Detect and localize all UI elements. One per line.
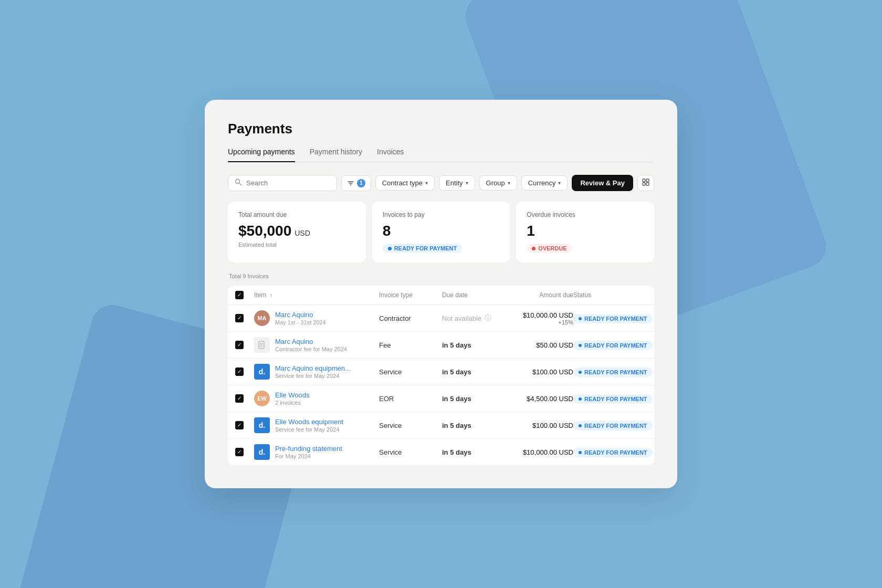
item-sub: 2 invoices bbox=[275, 400, 310, 406]
avatar: d. bbox=[254, 417, 270, 433]
status-dot bbox=[579, 344, 582, 347]
overdue-badge: OVERDUE bbox=[527, 244, 572, 253]
amount-cell: $100.00 USD bbox=[500, 422, 573, 429]
svg-rect-8 bbox=[646, 183, 649, 185]
item-name[interactable]: Pre-funding statement bbox=[275, 445, 342, 453]
search-box[interactable] bbox=[228, 175, 337, 191]
status-dot bbox=[579, 317, 582, 320]
item-name[interactable]: Marc Aquino bbox=[275, 338, 347, 345]
col-item: Item ↑ bbox=[254, 291, 379, 299]
filter-button[interactable]: 1 bbox=[341, 175, 371, 191]
row-checkbox[interactable]: ✓ bbox=[235, 368, 244, 376]
status-cell: READY FOR PAYMENT bbox=[573, 366, 647, 377]
amount-main: $4,500.00 USD bbox=[500, 395, 573, 403]
status-cell: READY FOR PAYMENT bbox=[573, 447, 647, 457]
avatar: EW bbox=[254, 391, 270, 406]
status-cell: READY FOR PAYMENT bbox=[573, 340, 647, 350]
table-row: ✓ d. Pre-funding statement For May 2024 … bbox=[228, 439, 654, 465]
item-sub: Service fee for May 2024 bbox=[275, 426, 343, 433]
tab-upcoming[interactable]: Upcoming payments bbox=[228, 148, 295, 162]
status-dot bbox=[579, 424, 582, 427]
invoice-type: Service bbox=[379, 368, 442, 376]
amount-main: $100.00 USD bbox=[500, 368, 573, 376]
total-amount-currency: USD bbox=[295, 229, 310, 237]
main-card: Payments Upcoming payments Payment histo… bbox=[205, 100, 677, 488]
expand-button[interactable] bbox=[637, 175, 654, 191]
item-sub: May 1st - 31st 2024 bbox=[275, 319, 326, 326]
item-name[interactable]: Marc Aquino equipmen... bbox=[275, 364, 351, 372]
row-checkbox[interactable]: ✓ bbox=[235, 314, 244, 322]
ready-for-payment-badge: READY FOR PAYMENT bbox=[383, 244, 463, 253]
amount-main: $10,000.00 USD bbox=[500, 448, 573, 456]
checkmark-icon: ✓ bbox=[237, 292, 242, 298]
overdue-value: 1 bbox=[527, 223, 535, 239]
amount-cell: $4,500.00 USD bbox=[500, 395, 573, 403]
svg-point-0 bbox=[236, 180, 240, 184]
sort-icon[interactable]: ↑ bbox=[270, 292, 272, 298]
tab-invoices[interactable]: Invoices bbox=[377, 148, 404, 162]
avatar: d. bbox=[254, 444, 270, 460]
item-sub: Service fee for May 2024 bbox=[275, 373, 351, 379]
currency-dropdown[interactable]: Currency ▾ bbox=[521, 175, 568, 191]
overdue-dot bbox=[532, 247, 536, 250]
checkmark-icon: ✓ bbox=[237, 342, 242, 348]
group-dropdown[interactable]: Group ▾ bbox=[479, 175, 517, 191]
chevron-down-icon: ▾ bbox=[558, 180, 561, 186]
stats-row: Total amount due $50,000 USD Estimated t… bbox=[228, 202, 654, 262]
total-invoices-label: Total 9 Invoices bbox=[228, 273, 654, 279]
item-name[interactable]: Elle Woods equipment bbox=[275, 418, 343, 426]
contract-type-dropdown[interactable]: Contract type ▾ bbox=[375, 175, 435, 191]
checkmark-icon: ✓ bbox=[237, 423, 242, 428]
table-row: ✓ Marc Aquino Contractor fee for May 202… bbox=[228, 332, 654, 359]
search-icon bbox=[235, 178, 242, 187]
status-badge: READY FOR PAYMENT bbox=[573, 314, 653, 323]
status-badge: READY FOR PAYMENT bbox=[573, 448, 653, 457]
invoice-type: EOR bbox=[379, 395, 442, 403]
due-date-cell: in 5 days bbox=[442, 422, 500, 429]
search-input[interactable] bbox=[246, 179, 330, 187]
item-cell: d. Elle Woods equipment Service fee for … bbox=[254, 417, 379, 433]
item-name[interactable]: Marc Aquino bbox=[275, 311, 326, 319]
row-checkbox[interactable]: ✓ bbox=[235, 341, 244, 349]
invoice-type: Fee bbox=[379, 341, 442, 349]
stat-total-amount: Total amount due $50,000 USD Estimated t… bbox=[228, 202, 366, 262]
amount-main: $100.00 USD bbox=[500, 422, 573, 429]
row-checkbox[interactable]: ✓ bbox=[235, 394, 244, 403]
row-checkbox[interactable]: ✓ bbox=[235, 421, 244, 429]
checkmark-icon: ✓ bbox=[237, 369, 242, 374]
select-all-checkbox[interactable]: ✓ bbox=[235, 291, 244, 299]
table-row: ✓ MA Marc Aquino May 1st - 31st 2024 Con… bbox=[228, 305, 654, 332]
item-name[interactable]: Elle Woods bbox=[275, 391, 310, 399]
total-amount-value: $50,000 bbox=[238, 223, 291, 239]
svg-rect-5 bbox=[643, 179, 645, 182]
checkmark-icon: ✓ bbox=[237, 449, 242, 455]
amount-cell: $100.00 USD bbox=[500, 368, 573, 376]
col-due-date: Due date bbox=[442, 291, 500, 299]
item-cell: d. Marc Aquino equipmen... Service fee f… bbox=[254, 364, 379, 380]
review-pay-button[interactable]: Review & Pay bbox=[572, 175, 633, 191]
info-icon: ⓘ bbox=[485, 313, 491, 323]
table-row: ✓ d. Marc Aquino equipmen... Service fee… bbox=[228, 359, 654, 385]
amount-main: $10,000.00 USD bbox=[500, 311, 573, 319]
entity-dropdown[interactable]: Entity ▾ bbox=[439, 175, 475, 191]
filter-icon bbox=[347, 180, 354, 187]
due-date: in 5 days bbox=[442, 368, 471, 376]
table-row: ✓ d. Elle Woods equipment Service fee fo… bbox=[228, 412, 654, 439]
col-invoice-type: Invoice type bbox=[379, 291, 442, 299]
tab-history[interactable]: Payment history bbox=[310, 148, 362, 162]
row-checkbox[interactable]: ✓ bbox=[235, 448, 244, 456]
amount-cell: $10,000.00 USD bbox=[500, 448, 573, 456]
item-sub: For May 2024 bbox=[275, 453, 342, 459]
status-badge: READY FOR PAYMENT bbox=[573, 341, 653, 350]
svg-rect-6 bbox=[646, 179, 649, 182]
checkmark-icon: ✓ bbox=[237, 396, 242, 401]
item-cell: d. Pre-funding statement For May 2024 bbox=[254, 444, 379, 460]
col-status: Status bbox=[573, 291, 647, 299]
status-dot bbox=[579, 397, 582, 401]
due-date-cell: in 5 days bbox=[442, 448, 500, 456]
toolbar: 1 Contract type ▾ Entity ▾ Group ▾ Curre… bbox=[228, 175, 654, 191]
due-date-cell: in 5 days bbox=[442, 395, 500, 403]
invoice-type: Service bbox=[379, 448, 442, 456]
page-title: Payments bbox=[228, 121, 654, 137]
stat-overdue: Overdue invoices 1 OVERDUE bbox=[516, 202, 654, 262]
